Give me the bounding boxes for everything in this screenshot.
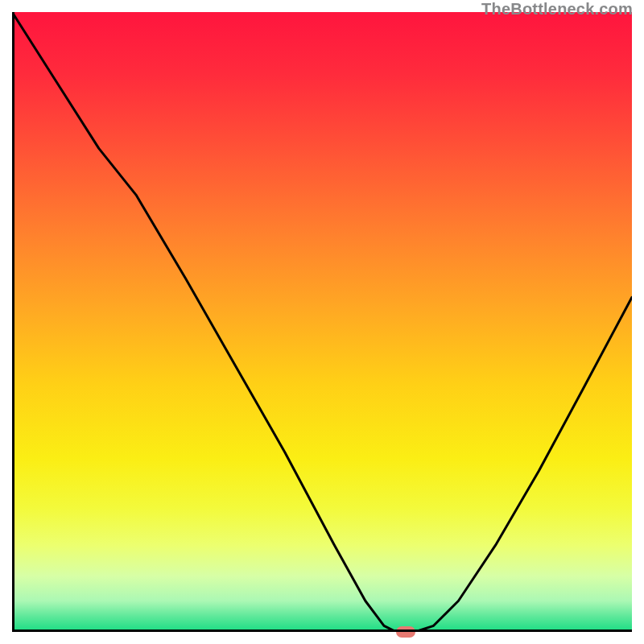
optimal-marker [396, 626, 415, 638]
y-axis [12, 12, 14, 632]
bottleneck-curve [12, 12, 632, 632]
watermark-text: TheBottleneck.com [481, 0, 633, 19]
x-axis [12, 630, 632, 632]
bottleneck-chart: TheBottleneck.com [0, 0, 644, 644]
plot-area [12, 12, 632, 632]
curve-layer [12, 12, 632, 632]
